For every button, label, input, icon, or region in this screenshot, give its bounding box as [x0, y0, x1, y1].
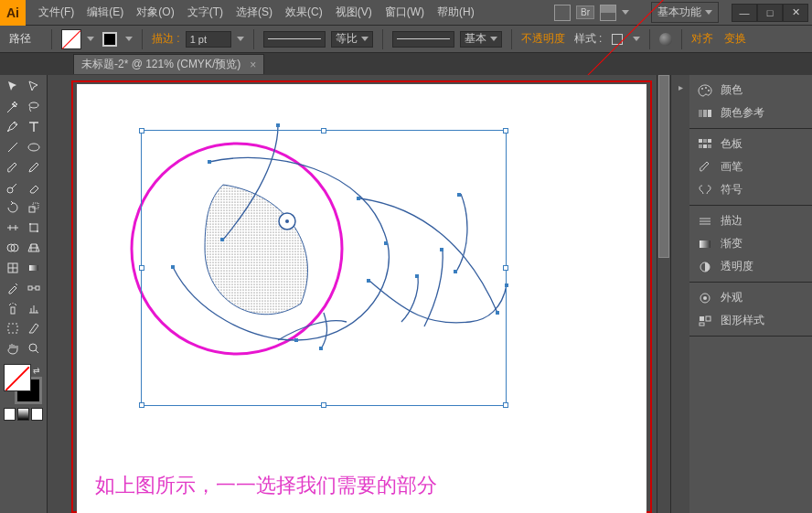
- menu-effect[interactable]: 效果(C): [280, 1, 328, 24]
- fill-dd[interactable]: [87, 37, 94, 41]
- blend-tool[interactable]: [24, 278, 46, 298]
- svg-point-7: [37, 230, 38, 232]
- tab-close-button[interactable]: ×: [250, 59, 256, 71]
- window-close[interactable]: ✕: [783, 4, 808, 22]
- bbox-handle-sw[interactable]: [139, 402, 144, 408]
- lasso-tool[interactable]: [24, 97, 46, 117]
- width-tool[interactable]: [2, 218, 24, 238]
- line-tool[interactable]: [2, 137, 24, 157]
- panel-graphic-styles[interactable]: 图形样式: [689, 309, 812, 332]
- magic-wand-tool[interactable]: [2, 97, 24, 117]
- stroke-dd[interactable]: [125, 37, 133, 41]
- menu-help[interactable]: 帮助(H): [432, 1, 480, 24]
- bridge-button[interactable]: Br: [576, 5, 594, 19]
- scale-tool[interactable]: [24, 198, 46, 218]
- brush-definition[interactable]: [392, 31, 454, 48]
- variable-width-profile[interactable]: [263, 31, 326, 48]
- perspective-tool[interactable]: [24, 238, 46, 258]
- menu-view[interactable]: 视图(V): [330, 1, 378, 24]
- panel-color[interactable]: 颜色: [689, 79, 812, 102]
- bbox-handle-nw[interactable]: [139, 128, 144, 134]
- mesh-tool[interactable]: [2, 258, 24, 278]
- color-mode-btn[interactable]: [4, 408, 16, 421]
- stroke-weight-input[interactable]: [186, 31, 231, 48]
- swap-fill-stroke-icon[interactable]: ⇄: [33, 366, 40, 375]
- shape-builder-tool[interactable]: [2, 238, 24, 258]
- paintbrush-tool[interactable]: [2, 157, 24, 177]
- scrollbar-thumb[interactable]: [658, 75, 669, 258]
- bbox-handle-e[interactable]: [503, 265, 508, 271]
- menu-window[interactable]: 窗口(W): [379, 1, 430, 24]
- pencil-tool[interactable]: [24, 157, 46, 177]
- gradient-tool[interactable]: [24, 258, 46, 278]
- bbox-handle-ne[interactable]: [503, 128, 508, 134]
- selection-bounding-box[interactable]: [141, 130, 507, 406]
- gradient-mode-btn[interactable]: [17, 408, 29, 421]
- svg-point-38: [708, 90, 710, 91]
- eyedropper-tool[interactable]: [2, 278, 24, 298]
- fill-color-swatch[interactable]: [4, 364, 31, 391]
- window-minimize[interactable]: —: [732, 4, 757, 22]
- bbox-handle-se[interactable]: [503, 402, 508, 408]
- recolor-button[interactable]: [659, 33, 672, 46]
- artboard-tool[interactable]: [2, 318, 24, 338]
- width-ratio-dd[interactable]: 等比: [331, 31, 373, 48]
- symbol-sprayer-tool[interactable]: [2, 298, 24, 318]
- style-dd[interactable]: [633, 37, 640, 41]
- svg-rect-39: [699, 110, 702, 117]
- panel-symbols[interactable]: 符号: [689, 178, 812, 201]
- stroke-swatch[interactable]: [100, 29, 120, 49]
- rotate-tool[interactable]: [2, 198, 24, 218]
- panel-color-guide[interactable]: 颜色参考: [689, 102, 812, 124]
- panel-transparency[interactable]: 透明度: [689, 255, 812, 278]
- svg-rect-46: [703, 144, 707, 148]
- panel-stroke[interactable]: 描边: [689, 209, 812, 232]
- menu-type[interactable]: 文字(T): [182, 1, 229, 24]
- panel-collapse-button[interactable]: ▸: [674, 80, 687, 93]
- window-maximize[interactable]: □: [757, 4, 783, 22]
- stroke-label[interactable]: 描边 :: [152, 31, 180, 47]
- bbox-handle-w[interactable]: [139, 265, 144, 271]
- type-tool[interactable]: [24, 117, 46, 137]
- slice-tool[interactable]: [24, 318, 46, 338]
- brush-dd[interactable]: 基本: [460, 31, 502, 48]
- fill-stroke-picker[interactable]: ⇄: [2, 364, 44, 404]
- layout-icon[interactable]: [554, 5, 571, 21]
- arrange-dd-arrow[interactable]: [622, 10, 629, 15]
- menu-select[interactable]: 选择(S): [230, 1, 278, 24]
- align-link[interactable]: 对齐: [691, 31, 713, 47]
- direct-selection-tool[interactable]: [24, 77, 46, 97]
- eraser-tool[interactable]: [24, 177, 46, 198]
- graph-tool[interactable]: [24, 298, 46, 318]
- document-tab[interactable]: 未标题-2* @ 121% (CMYK/预览) ×: [73, 54, 264, 74]
- arrange-docs-button[interactable]: [600, 5, 616, 21]
- zoom-tool[interactable]: [24, 338, 46, 358]
- fill-swatch[interactable]: [61, 29, 81, 49]
- opacity-label[interactable]: 不透明度: [521, 31, 565, 47]
- panel-gradient[interactable]: 渐变: [689, 232, 812, 255]
- panel-label: 颜色参考: [721, 105, 764, 121]
- canvas-area[interactable]: 如上图所示，一一选择我们需要的部分: [48, 75, 670, 513]
- transform-link[interactable]: 变换: [724, 31, 746, 47]
- vertical-scrollbar[interactable]: [657, 75, 670, 513]
- bbox-handle-n[interactable]: [321, 128, 326, 134]
- ellipse-tool[interactable]: [24, 137, 46, 157]
- panel-appearance[interactable]: 外观: [689, 286, 812, 309]
- none-mode-btn[interactable]: [31, 408, 43, 421]
- stroke-weight-dd[interactable]: [237, 37, 244, 41]
- bbox-handle-s[interactable]: [321, 402, 326, 408]
- pen-tool[interactable]: [2, 117, 24, 137]
- panel-brushes[interactable]: 画笔: [689, 155, 812, 178]
- hand-tool[interactable]: [2, 338, 24, 358]
- panel-label: 颜色: [721, 82, 743, 98]
- blob-brush-tool[interactable]: [2, 177, 24, 198]
- workspace-dropdown[interactable]: 基本功能: [651, 2, 719, 23]
- brush-icon: [697, 160, 713, 175]
- menu-object[interactable]: 对象(O): [131, 1, 179, 24]
- selection-tool[interactable]: [2, 77, 24, 97]
- panel-swatches[interactable]: 色板: [689, 133, 812, 155]
- free-transform-tool[interactable]: [24, 218, 46, 238]
- menu-file[interactable]: 文件(F): [33, 1, 80, 24]
- symbol-icon: [697, 183, 713, 198]
- menu-edit[interactable]: 编辑(E): [81, 1, 129, 24]
